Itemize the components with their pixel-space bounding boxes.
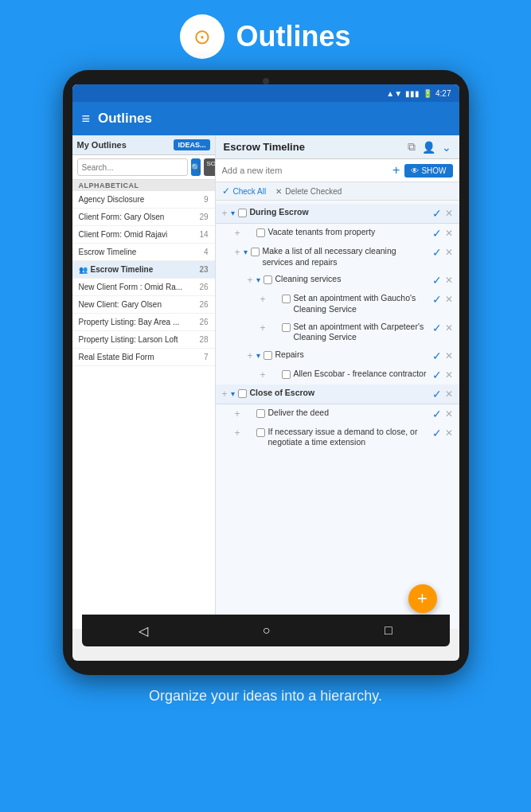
outline-item: + ▾ Make a list of all necessary cleanin… — [216, 243, 459, 271]
item-text: Make a list of all necessary cleaning se… — [263, 246, 429, 267]
menu-icon[interactable]: ≡ — [82, 111, 91, 127]
search-input[interactable] — [77, 158, 188, 176]
item-actions: ✓ ✕ — [432, 293, 453, 306]
item-checkbox[interactable] — [256, 228, 265, 237]
search-row: 🔍 SORT ↕ — [72, 155, 215, 180]
item-actions: ✓ ✕ — [432, 322, 453, 334]
item-checkbox[interactable] — [264, 351, 272, 360]
outline-item: + Allen Escobar - freelance contractor ✓… — [216, 365, 459, 385]
item-checkbox[interactable] — [256, 409, 265, 418]
item-chevron-icon[interactable]: ▾ — [256, 351, 260, 360]
outline-item: + Set an apointment with Carpeteer's Cle… — [216, 318, 459, 346]
item-checkbox[interactable] — [238, 389, 247, 398]
item-add-icon[interactable]: + — [260, 322, 266, 334]
expand-icon[interactable]: ⌄ — [442, 141, 451, 154]
item-delete-icon[interactable]: ✕ — [445, 228, 453, 239]
item-complete-icon[interactable]: ✓ — [432, 427, 442, 439]
sidebar-list-item[interactable]: Agency Disclosure 9 — [72, 191, 215, 209]
item-chevron-icon[interactable]: ▾ — [256, 275, 260, 284]
add-item-input[interactable] — [222, 166, 388, 175]
item-delete-icon[interactable]: ✕ — [445, 294, 453, 305]
item-add-icon[interactable]: + — [248, 275, 253, 286]
sidebar: My Outlines IDEAS... 🔍 SORT ↕ ALPHABETIC… — [72, 135, 216, 629]
sidebar-list-item[interactable]: 👥 Escrow Timeline 23 — [72, 261, 215, 279]
item-checkbox[interactable] — [256, 428, 265, 437]
item-checkbox[interactable] — [282, 370, 291, 379]
item-delete-icon[interactable]: ✕ — [445, 427, 453, 439]
item-checkbox[interactable] — [251, 248, 260, 256]
action-row: ✓ Check All ✕ Delete Checked — [216, 182, 459, 201]
back-button[interactable]: ◁ — [139, 623, 148, 638]
item-chevron-icon[interactable]: ▾ — [231, 389, 235, 398]
sidebar-item-name: Agency Disclosure — [79, 195, 201, 204]
sidebar-list-item[interactable]: New Client Form : Omid Ra... 26 — [72, 279, 215, 296]
delete-checked-button[interactable]: ✕ Delete Checked — [275, 187, 342, 196]
copy-icon[interactable]: ⧉ — [408, 140, 416, 154]
item-delete-icon[interactable]: ✕ — [445, 369, 453, 381]
item-add-icon[interactable]: + — [222, 388, 228, 400]
show-button[interactable]: 👁 SHOW — [404, 164, 452, 178]
item-add-icon[interactable]: + — [248, 350, 253, 361]
sidebar-list-item[interactable]: Client Form: Omid Rajavi 14 — [72, 226, 215, 244]
outline-item: + Deliver the deed ✓ ✕ — [216, 404, 459, 424]
item-actions: ✓ ✕ — [432, 227, 453, 240]
item-checkbox[interactable] — [264, 275, 272, 284]
item-text: Cleaning services — [275, 274, 429, 285]
sidebar-item-count: 14 — [199, 230, 208, 239]
item-delete-icon[interactable]: ✕ — [445, 208, 453, 219]
search-button[interactable]: 🔍 — [191, 158, 201, 176]
item-chevron-icon[interactable]: ▾ — [244, 248, 248, 256]
item-add-icon[interactable]: + — [235, 408, 240, 420]
outline-item: + ▾ Cleaning services ✓ ✕ — [216, 271, 459, 290]
item-delete-icon[interactable]: ✕ — [445, 247, 453, 258]
item-complete-icon[interactable]: ✓ — [432, 227, 442, 240]
item-delete-icon[interactable]: ✕ — [445, 388, 453, 400]
item-delete-icon[interactable]: ✕ — [445, 322, 453, 334]
recents-button[interactable]: □ — [385, 623, 392, 638]
alpha-label: ALPHABETICAL — [72, 180, 215, 191]
item-add-icon[interactable]: + — [260, 294, 266, 305]
item-add-icon[interactable]: + — [260, 369, 266, 381]
item-chevron-icon[interactable]: ▾ — [231, 209, 235, 217]
item-actions: ✓ ✕ — [432, 427, 453, 439]
sidebar-item-count: 9 — [204, 195, 209, 204]
item-delete-icon[interactable]: ✕ — [445, 350, 453, 361]
fab-button[interactable]: + — [408, 584, 437, 613]
home-button[interactable]: ○ — [263, 623, 271, 638]
item-checkbox[interactable] — [282, 323, 291, 332]
item-delete-icon[interactable]: ✕ — [445, 408, 453, 420]
sidebar-list-item[interactable]: Escrow Timeline 4 — [72, 244, 215, 261]
item-complete-icon[interactable]: ✓ — [432, 246, 442, 259]
item-add-icon[interactable]: + — [235, 228, 240, 239]
item-add-icon[interactable]: + — [235, 427, 240, 439]
add-plus-icon[interactable]: + — [392, 163, 400, 178]
sidebar-item-name: Client Form: Omid Rajavi — [79, 230, 197, 239]
person-icon[interactable]: 👤 — [422, 141, 435, 154]
item-complete-icon[interactable]: ✓ — [432, 293, 442, 306]
item-complete-icon[interactable]: ✓ — [432, 274, 442, 287]
item-checkbox[interactable] — [238, 209, 247, 217]
ideas-button[interactable]: IDEAS... — [174, 139, 209, 150]
item-complete-icon[interactable]: ✓ — [432, 322, 442, 334]
sidebar-list-item[interactable]: Client Form: Gary Olsen 29 — [72, 209, 215, 226]
item-complete-icon[interactable]: ✓ — [432, 207, 442, 220]
sidebar-list-item[interactable]: Real Estate Bid Form 7 — [72, 349, 215, 366]
item-complete-icon[interactable]: ✓ — [432, 388, 442, 400]
item-complete-icon[interactable]: ✓ — [432, 408, 442, 420]
item-actions: ✓ ✕ — [432, 408, 453, 420]
item-add-icon[interactable]: + — [222, 208, 228, 219]
item-delete-icon[interactable]: ✕ — [445, 275, 453, 286]
item-complete-icon[interactable]: ✓ — [432, 349, 442, 362]
item-checkbox[interactable] — [282, 295, 291, 303]
item-complete-icon[interactable]: ✓ — [432, 369, 442, 381]
sidebar-list-item[interactable]: Property Listing: Bay Area ... 26 — [72, 314, 215, 331]
item-add-icon[interactable]: + — [235, 247, 240, 258]
right-panel: Escrow Timeline ⧉ 👤 ⌄ + 👁 SHOW — [216, 135, 459, 629]
check-all-button[interactable]: ✓ Check All — [222, 185, 267, 197]
sidebar-list-item[interactable]: Property Listing: Larson Loft 28 — [72, 331, 215, 349]
sort-button[interactable]: SORT ↕ — [204, 158, 216, 176]
sidebar-item-count: 23 — [199, 265, 208, 274]
sidebar-item-name: Property Listing: Larson Loft — [79, 335, 197, 344]
sidebar-list-item[interactable]: New Client: Gary Olsen 26 — [72, 296, 215, 314]
sidebar-item-count: 4 — [204, 248, 209, 256]
